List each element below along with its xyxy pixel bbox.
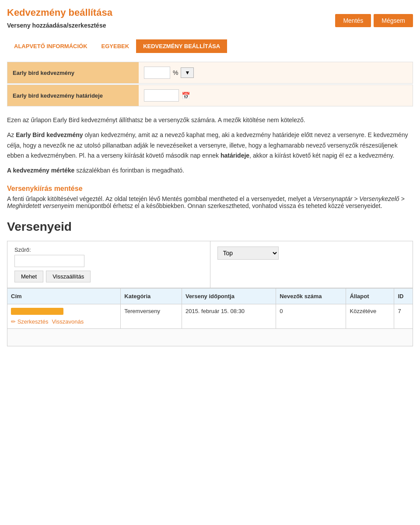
empty-row-cell: [7, 328, 413, 346]
versenyeid-title: Versenyeid: [7, 220, 413, 234]
row-allapot-cell: Közzétéve: [346, 304, 394, 328]
versenyeid-section: Versenyeid Szűrő: Mehet Visszaállítás To…: [7, 220, 413, 346]
pencil-icon: ✏: [11, 318, 16, 325]
page-subtitle: Verseny hozzáadása/szerkesztése: [7, 22, 112, 29]
table-body: ✏ Szerkesztés Visszavonás Teremverseny 2…: [7, 304, 413, 346]
tab-kedvezmeny[interactable]: KEDVEZMÉNY BEÁLLÍTÁSA: [136, 39, 227, 53]
save-section-heading: Versenykiírás mentése: [7, 185, 413, 193]
form-row-hatarido: Early bird kedvezmény határideje 📅: [7, 85, 413, 106]
calendar-icon[interactable]: 📅: [182, 92, 190, 100]
row-idopont-cell: 2015. február 15. 08:30: [182, 304, 276, 328]
early-bird-percent-input[interactable]: [144, 67, 170, 79]
row-id-cell: 7: [394, 304, 413, 328]
title-cell: ✏ Szerkesztés Visszavonás: [11, 308, 117, 325]
label-early-bird-kedvezmeny: Early bird kedvezmény: [7, 62, 139, 83]
edit-label: Szerkesztés: [18, 318, 49, 325]
percent-label: %: [173, 69, 178, 76]
table-header: Cím Kategória Verseny időpontja Nevezők …: [7, 288, 413, 304]
filter-input[interactable]: [14, 255, 84, 267]
col-kategoria: Kategória: [121, 288, 182, 304]
filter-label: Szűrő:: [14, 247, 203, 253]
filter-right-panel: Top: [210, 241, 413, 288]
filter-left-panel: Szűrő: Mehet Visszaállítás: [7, 241, 210, 288]
tab-alapveto[interactable]: ALAPVETŐ INFORMÁCIÓK: [7, 39, 94, 53]
desc-bold-1: Early Bird kedvezmény: [16, 131, 83, 138]
results-table: Cím Kategória Verseny időpontja Nevezők …: [7, 288, 413, 346]
edit-link[interactable]: ✏ Szerkesztés: [11, 318, 48, 325]
desc-para3: A kedvezmény mértéke százalékban és fori…: [7, 166, 413, 176]
desc-para2: Az Early Bird kedvezmény olyan kedvezmén…: [7, 130, 413, 161]
desc-bold-3: A kedvezmény mértéke: [7, 167, 74, 174]
save-section: Versenykiírás mentése A fenti űrlapok ki…: [7, 185, 413, 209]
top-select-wrapper: Top: [217, 247, 406, 260]
desc-para1: Ezen az űrlapon Early Bird kedvezményt á…: [7, 115, 413, 126]
action-links: ✏ Szerkesztés Visszavonás: [11, 318, 117, 325]
title-blurred: [11, 308, 63, 315]
label-early-bird-hatarido: Early bird kedvezmény határideje: [7, 85, 139, 106]
withdraw-label: Visszavonás: [52, 318, 84, 325]
filter-mehet-button[interactable]: Mehet: [14, 271, 43, 282]
percent-dropdown-button[interactable]: ▼: [181, 67, 194, 78]
col-allapot: Állapot: [346, 288, 394, 304]
row-kategoria-cell: Teremverseny: [121, 304, 182, 328]
col-id: ID: [394, 288, 413, 304]
table-row: ✏ Szerkesztés Visszavonás Teremverseny 2…: [7, 304, 413, 328]
save-section-text: A fenti űrlapok kitöltésével végeztél. A…: [7, 195, 413, 209]
desc-bold-2: határideje: [220, 152, 249, 159]
save-button[interactable]: Mentés: [335, 14, 371, 27]
col-cim: Cím: [7, 288, 121, 304]
table-row-empty: [7, 328, 413, 346]
row-nevezok-cell: 0: [276, 304, 346, 328]
input-cell-kedvezmeny: % ▼: [139, 62, 413, 83]
filter-visszaallitas-button[interactable]: Visszaállítás: [46, 271, 91, 282]
form-section: Early bird kedvezmény % ▼ Early bird ked…: [7, 62, 413, 106]
page-title: Kedvezmény beállítása: [7, 7, 112, 18]
col-idopont: Verseny időpontja: [182, 288, 276, 304]
withdraw-link[interactable]: Visszavonás: [52, 318, 84, 325]
cancel-button[interactable]: Mégsem: [374, 14, 413, 27]
tab-egyebek[interactable]: EGYEBEK: [94, 39, 136, 53]
form-row-kedvezmeny: Early bird kedvezmény % ▼: [7, 62, 413, 84]
filter-container: Szűrő: Mehet Visszaállítás Top: [7, 241, 413, 288]
input-cell-hatarido: 📅: [139, 85, 413, 106]
nav-tabs: ALAPVETŐ INFORMÁCIÓK EGYEBEK KEDVEZMÉNY …: [7, 39, 413, 53]
description-section: Ezen az űrlapon Early Bird kedvezményt á…: [7, 115, 413, 176]
save-section-italic: Versenynaptár > Versenykezelő > Meghirde…: [7, 195, 405, 209]
col-nevezok: Nevezők száma: [276, 288, 346, 304]
top-select[interactable]: Top: [217, 247, 279, 260]
row-cim-cell: ✏ Szerkesztés Visszavonás: [7, 304, 121, 328]
early-bird-date-input[interactable]: [144, 89, 179, 102]
